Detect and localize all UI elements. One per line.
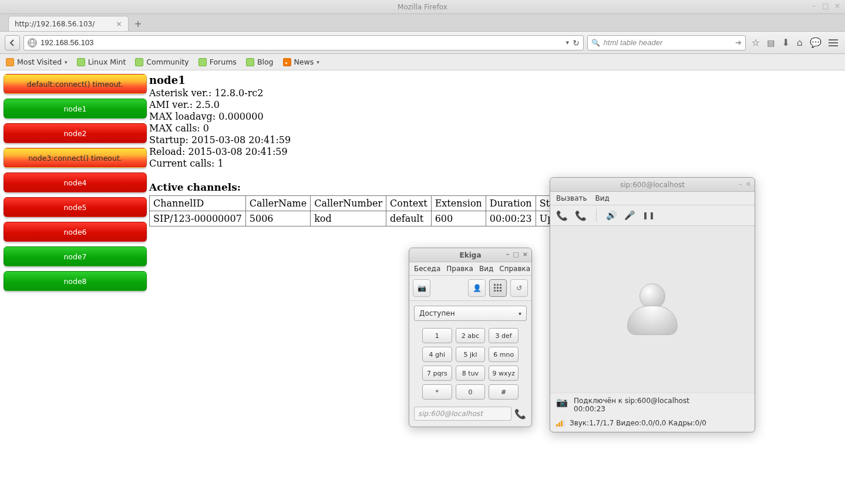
bookmark-linux-mint[interactable]: Linux Mint (77, 57, 126, 66)
call-title: sip:600@localhost (620, 181, 685, 189)
dialpad-key[interactable]: 1 (422, 328, 452, 343)
status-dropdown[interactable]: Доступен ▾ (414, 306, 527, 321)
dialpad-key[interactable]: * (422, 384, 452, 400)
ekiga-menu-help[interactable]: Справка (499, 265, 530, 273)
table-cell: 00:00:23 (486, 211, 536, 226)
chevron-down-icon: ▾ (65, 59, 68, 65)
window-close-icon[interactable]: × (746, 180, 751, 188)
call-titlebar[interactable]: sip:600@localhost – × (550, 178, 755, 192)
call-duration: 00:00:23 (574, 405, 689, 413)
node-button-5[interactable]: node5 (4, 197, 147, 217)
node-list: default:connect() timeout.node1node2node… (4, 74, 147, 291)
menu-icon[interactable] (829, 39, 838, 46)
bookmark-star-icon[interactable]: ☆ (752, 37, 760, 48)
node-button-2[interactable]: node2 (4, 123, 147, 143)
window-minimize-icon[interactable]: – (810, 2, 818, 11)
dialpad: 12 abc3 def4 ghi5 jkl6 mno7 pqrs8 tuv9 w… (409, 326, 531, 404)
dialpad-icon[interactable] (489, 279, 507, 297)
pause-icon[interactable]: ❚❚ (642, 211, 655, 219)
call-menu-call[interactable]: Вызвать (556, 194, 587, 202)
contact-icon[interactable]: 👤 (468, 279, 486, 297)
status-label: Доступен (419, 309, 455, 317)
bookmark-news[interactable]: News ▾ (283, 57, 319, 66)
search-go-icon[interactable]: ➔ (735, 38, 742, 47)
call-icon[interactable]: 📞 (514, 407, 527, 420)
dialpad-key[interactable]: 5 jkl (456, 347, 486, 362)
ekiga-menu-view[interactable]: Вид (479, 265, 493, 273)
window-title: Mozilla Firefox (398, 3, 447, 11)
mic-icon[interactable]: 🎤 (624, 210, 635, 221)
ekiga-menu-chat[interactable]: Беседа (414, 265, 440, 273)
chat-icon[interactable]: 💬 (810, 37, 822, 48)
window-maximize-icon[interactable]: □ (822, 2, 830, 11)
info-asterisk: Asterisk ver.: 12.8.0-rc2 (149, 87, 569, 99)
node-button-8[interactable]: node8 (4, 271, 147, 291)
search-bar[interactable]: 🔍 ➔ (587, 35, 746, 50)
search-icon: 🔍 (591, 39, 600, 47)
bookmark-forums[interactable]: Forums (198, 57, 237, 66)
dialpad-key[interactable]: 0 (456, 384, 486, 400)
bookmark-community[interactable]: Community (135, 57, 188, 66)
sip-value: sip:600@localhost (418, 410, 483, 418)
dialpad-key[interactable]: 4 ghi (422, 347, 452, 362)
call-window[interactable]: sip:600@localhost – × Вызвать Вид 📞 📞 🔊 … (550, 177, 755, 432)
node-button-0[interactable]: default:connect() timeout. (4, 74, 147, 94)
browser-tab[interactable]: http://192.168.56.103/ × (8, 16, 129, 31)
dialpad-key[interactable]: 3 def (489, 328, 519, 343)
url-input[interactable] (41, 38, 563, 47)
node-button-7[interactable]: node7 (4, 246, 147, 266)
bookmark-blog[interactable]: Blog (246, 57, 274, 66)
tab-close-icon[interactable]: × (116, 19, 122, 28)
window-minimize-icon[interactable]: – (739, 180, 742, 188)
downloads-icon[interactable]: ⬇ (782, 37, 789, 48)
dialpad-key[interactable]: 6 mno (489, 347, 519, 362)
window-minimize-icon[interactable]: – (506, 251, 510, 258)
dialpad-key[interactable]: 9 wxyz (489, 366, 519, 381)
url-bar[interactable]: ▾ ↻ (23, 35, 584, 50)
speaker-icon[interactable]: 🔊 (606, 210, 617, 221)
node-button-1[interactable]: node1 (4, 99, 147, 119)
column-header: CallerNumber (311, 196, 386, 211)
call-connected-text: Подключён к sip:600@localhost (574, 397, 689, 405)
info-ami: AMI ver.: 2.5.0 (149, 99, 569, 111)
mint-icon (135, 58, 143, 66)
browser-tabstrip: http://192.168.56.103/ × + (0, 14, 845, 32)
ekiga-titlebar[interactable]: Ekiga – □ × (409, 248, 531, 262)
site-identity-icon[interactable] (28, 38, 37, 48)
window-close-icon[interactable]: × (523, 251, 528, 258)
new-tab-button[interactable]: + (131, 17, 145, 30)
window-close-icon[interactable]: × (833, 2, 841, 11)
call-menu-view[interactable]: Вид (595, 194, 610, 202)
search-input[interactable] (604, 38, 732, 47)
node-button-3[interactable]: node3:connect() timeout. (4, 148, 147, 168)
ekiga-menu-edit[interactable]: Правка (446, 265, 473, 273)
svg-rect-8 (500, 287, 501, 289)
browser-navbar: ▾ ↻ 🔍 ➔ ☆ ▤ ⬇ ⌂ 💬 (0, 32, 845, 54)
folder-icon (6, 58, 14, 66)
avatar-placeholder-icon (626, 283, 679, 335)
node-button-6[interactable]: node6 (4, 222, 147, 242)
dialpad-key[interactable]: 7 pqrs (422, 366, 452, 381)
dialpad-key[interactable]: # (489, 384, 519, 400)
column-header: CallerName (245, 196, 310, 211)
bookmark-most-visited[interactable]: Most Visited ▾ (6, 57, 68, 66)
info-reload: Reload: 2015-03-08 20:41:59 (149, 146, 569, 158)
sip-input[interactable]: sip:600@localhost (414, 407, 511, 421)
home-icon[interactable]: ⌂ (797, 37, 803, 48)
chevron-down-icon: ▾ (317, 59, 319, 65)
history-icon[interactable]: ↺ (510, 279, 528, 297)
call-stats-row: Звук:1,7/1,7 Видео:0,0/0,0 Кадры:0/0 (550, 417, 755, 432)
window-maximize-icon[interactable]: □ (513, 251, 519, 258)
phone-pickup-icon[interactable]: 📞 (556, 210, 568, 221)
phone-hangup-icon[interactable]: 📞 (575, 210, 587, 221)
urlbar-chevron-icon[interactable]: ▾ (566, 39, 570, 46)
dialpad-key[interactable]: 8 tuv (456, 366, 486, 381)
dialpad-key[interactable]: 2 abc (456, 328, 486, 343)
camera-icon[interactable]: 📷 (413, 279, 430, 297)
reload-icon[interactable]: ↻ (573, 38, 580, 48)
back-button[interactable] (5, 35, 20, 50)
library-icon[interactable]: ▤ (767, 38, 775, 48)
column-header: ChannelID (150, 196, 246, 211)
node-button-4[interactable]: node4 (4, 172, 147, 192)
ekiga-window[interactable]: Ekiga – □ × Беседа Правка Вид Справка 📷 … (409, 248, 532, 427)
